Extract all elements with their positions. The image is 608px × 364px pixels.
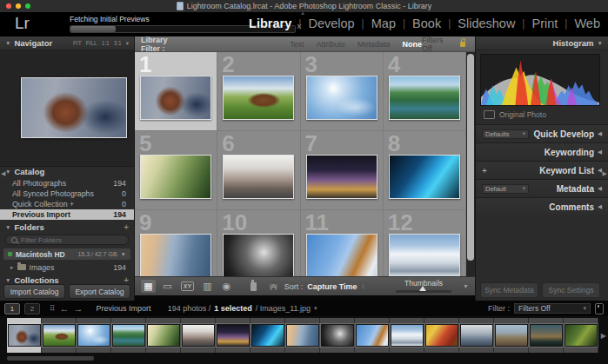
sort-value[interactable]: Capture Time — [307, 282, 357, 291]
filter-option-none[interactable]: None — [402, 40, 422, 49]
filmstrip-cell[interactable] — [7, 318, 42, 353]
filmstrip-cell[interactable] — [77, 318, 111, 353]
filmstrip-thumbnail-snowy-peaks[interactable] — [391, 324, 424, 347]
catalog-item[interactable]: All Synced Photographs0 — [0, 189, 134, 199]
collapse-top-panel-icon[interactable]: ▲ — [300, 10, 305, 16]
module-map[interactable]: Map — [371, 17, 396, 30]
photo-thumbnail-snowy-peaks[interactable] — [389, 234, 460, 276]
filmstrip-thumbnail-barn-meadow[interactable] — [43, 324, 76, 347]
grid-cell[interactable]: 10 — [217, 210, 300, 276]
thumbnail-size-slider[interactable] — [396, 290, 451, 293]
add-keyword-icon[interactable]: + — [482, 166, 487, 175]
toolbar-options-icon[interactable]: ▼ — [463, 283, 469, 289]
filmstrip-thumbnail-mountain-sunrise-panorama[interactable] — [286, 324, 319, 347]
add-folder-icon[interactable]: + — [124, 222, 129, 232]
navigator-zoom-3-1[interactable]: 3:1 — [114, 40, 122, 46]
filmstrip-source[interactable]: Previous Import — [97, 304, 151, 313]
volume-row[interactable]: Macintosh HD 15.3 / 42.7 GB ▼ — [3, 248, 130, 260]
grid-cell[interactable]: 8 — [384, 131, 466, 210]
filmstrip-cell[interactable] — [146, 318, 181, 353]
grid-cell[interactable]: 1 — [135, 52, 217, 131]
export-catalog-button[interactable]: Export Catalog — [69, 284, 130, 299]
filmstrip-cell[interactable] — [459, 318, 494, 353]
filter-dropdown[interactable]: Filters Off ▾ — [514, 303, 591, 314]
filter-preset[interactable]: Filters Off — [422, 36, 451, 53]
filmstrip-cell[interactable] — [355, 318, 390, 353]
filmstrip-thumbnail-forest-stream[interactable] — [565, 324, 598, 347]
filter-option-text[interactable]: Text — [290, 40, 304, 49]
filmstrip-thumbnail-city-night-skyline[interactable] — [217, 324, 250, 347]
filter-lock-icon[interactable] — [460, 42, 465, 47]
grid-scrollbar[interactable] — [466, 52, 475, 276]
folders-header[interactable]: ▼ Folders + — [0, 222, 134, 233]
filmstrip-thumbnail-sky-blossoms[interactable] — [77, 324, 110, 347]
grid-view-shortcut-icon[interactable]: ⠿ — [50, 304, 56, 313]
filmstrip-cell[interactable] — [181, 318, 216, 353]
filmstrip-cell[interactable] — [529, 318, 564, 353]
filmstrip-cell[interactable] — [320, 318, 355, 353]
filmstrip-thumbnail-bw-portrait[interactable] — [321, 324, 354, 347]
filmstrip-cell[interactable] — [564, 318, 598, 353]
module-develop[interactable]: Develop — [308, 17, 354, 30]
grid-cell[interactable]: 11 — [301, 210, 384, 276]
compare-view-button[interactable]: XY — [181, 281, 194, 291]
folder-row-images[interactable]: ▸ Images 194 — [0, 261, 134, 273]
filmstrip-thumbnail-icy-shore[interactable] — [460, 324, 493, 347]
grid-cell[interactable]: 4 — [384, 52, 466, 131]
people-view-button[interactable]: ◉ — [219, 280, 234, 293]
photo-thumbnail-misty-forest[interactable] — [140, 155, 211, 199]
navigator-zoom-1-1[interactable]: 1:1 — [102, 40, 110, 46]
module-web[interactable]: Web — [574, 17, 600, 30]
photo-thumbnail-fantasy-artwork[interactable] — [140, 76, 211, 120]
navigator-zoom-fill[interactable]: FILL — [86, 40, 97, 46]
filter-option-metadata[interactable]: Metadata — [357, 40, 391, 49]
grid-view-button[interactable]: ▦ — [141, 280, 156, 293]
filmstrip-cell[interactable] — [251, 318, 285, 353]
preset-dropdown-quick-develop[interactable]: Defaults▾ — [482, 129, 529, 139]
panel-section-quick-develop[interactable]: Defaults▾Quick Develop◀ — [476, 124, 608, 142]
filmstrip-thumbnail-rocky-coast[interactable] — [495, 324, 528, 347]
catalog-item[interactable]: Previous Import194 — [0, 209, 134, 220]
catalog-item[interactable]: Quick Collection +0 — [0, 199, 134, 209]
forward-arrow-icon[interactable]: → — [74, 304, 84, 314]
filmstrip-cell[interactable] — [390, 318, 424, 353]
photo-thumbnail-tiger-on-mountain[interactable] — [306, 234, 377, 276]
preset-dropdown-metadata[interactable]: Default▾ — [482, 184, 529, 194]
second-window-button[interactable]: 2 — [24, 303, 40, 314]
module-book[interactable]: Book — [412, 17, 441, 30]
filmstrip-cell[interactable] — [42, 318, 77, 353]
panel-section-metadata[interactable]: Default▾Metadata◀ — [476, 179, 608, 197]
grid-cell[interactable]: 3 — [301, 52, 384, 131]
panel-section-keyword-list[interactable]: +Keyword List◀ — [476, 161, 608, 179]
navigator-header[interactable]: ▼ Navigator FITFILL1:13:1▾ — [0, 36, 134, 50]
main-window-button[interactable]: 1 — [4, 303, 20, 314]
survey-view-button[interactable]: ▥ — [200, 280, 215, 293]
sort-caret-icon[interactable]: ↕ — [362, 283, 365, 289]
navigator-preview[interactable] — [0, 50, 134, 167]
grid-cell[interactable]: 2 — [217, 52, 300, 131]
navigator-zoom-dropdown-icon[interactable]: ▾ — [126, 40, 129, 47]
filter-folders-input[interactable]: Filter Folders — [5, 235, 129, 245]
loupe-view-button[interactable]: ▭ — [160, 280, 175, 293]
filmstrip-next-icon[interactable]: ▶ — [601, 332, 606, 340]
sync-metadata-button[interactable]: Sync Metadata — [480, 282, 538, 298]
grid-cell[interactable]: 6 — [217, 131, 300, 210]
photo-thumbnail-bw-portrait[interactable] — [223, 234, 294, 276]
catalog-item[interactable]: All Photographs194 — [0, 178, 134, 189]
photo-thumbnail-sky-blossoms[interactable] — [306, 76, 377, 120]
grid-cell[interactable]: 5 — [135, 131, 217, 210]
filmstrip-scrollbar-thumb[interactable] — [7, 356, 94, 361]
filter-switch-icon[interactable] — [595, 303, 604, 314]
photo-thumbnail-rail-yard[interactable] — [223, 155, 294, 199]
sort-direction-icon[interactable]: (A) — [270, 282, 277, 290]
filmstrip-cell[interactable] — [111, 318, 146, 353]
grid-scrollbar-thumb[interactable] — [467, 54, 474, 261]
import-catalog-button[interactable]: Import Catalog — [3, 284, 65, 299]
disclosure-right-icon[interactable]: ▸ — [10, 264, 14, 271]
filmstrip-cell[interactable] — [424, 318, 459, 353]
collapse-left-panel-icon[interactable]: ◀ — [1, 170, 5, 177]
painter-tool-icon[interactable] — [251, 282, 257, 291]
grid-cell[interactable]: 7 — [301, 131, 384, 210]
photo-thumbnail-mountain-sunrise-panorama[interactable] — [140, 234, 211, 276]
slider-thumb[interactable] — [419, 286, 426, 291]
